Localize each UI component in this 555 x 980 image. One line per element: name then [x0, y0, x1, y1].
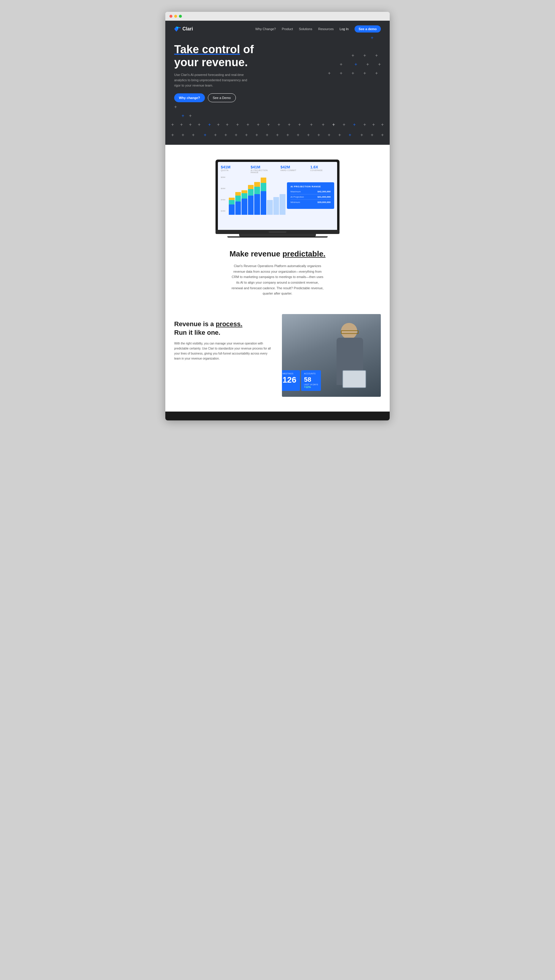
stat-box-accounts: ACCOUNTS 58 LAST 14 DAYS +12% — [301, 370, 321, 391]
bar-blue-light-8 — [273, 197, 279, 215]
close-dot[interactable] — [170, 15, 172, 18]
y-axis-40m: $40M — [221, 199, 225, 201]
bar-blue-2 — [235, 201, 241, 215]
nav-resources[interactable]: Resources — [318, 27, 334, 31]
ai-row-max: Maximum $42,300,000 — [290, 190, 330, 195]
minimize-dot[interactable] — [174, 15, 177, 18]
ai-proj-label: AI Projection — [290, 196, 304, 198]
nav-login[interactable]: Log In — [340, 27, 349, 31]
metric-coverage-value: 1.6X — [310, 165, 334, 169]
stats-overlay: MEETINGS 126 ACCOUNTS 58 LAST 14 DAYS +1… — [282, 370, 321, 391]
chart-area: $80M $60M $40M $20M — [221, 176, 334, 215]
laptop-stand — [239, 234, 316, 237]
main-content: $41M QUOTA $41M AI PROJECTION RANGE $42M… — [165, 145, 390, 412]
bar-group-8 — [273, 176, 279, 215]
process-heading-line2: Run it like one. — [174, 329, 220, 336]
svg-rect-2 — [178, 27, 181, 28]
accounts-change: +12% — [304, 386, 318, 388]
ai-proj-value: $41,000,000 — [318, 196, 331, 198]
person-glasses — [341, 330, 359, 334]
metric-coverage-label: COVERAGE — [310, 169, 334, 171]
navigation: Clari Why Change? Product Solutions Reso… — [165, 21, 390, 37]
bar-group-7 — [267, 176, 273, 215]
metric-ai-proj-value: $41M — [251, 165, 274, 169]
see-demo-button[interactable]: See a Demo — [208, 93, 236, 102]
nav-demo-button[interactable]: See a demo — [354, 26, 381, 32]
make-revenue-heading-part1: Make revenue — [229, 249, 282, 258]
bar-group-5 — [254, 176, 260, 215]
metric-quota-label: QUOTA — [221, 169, 245, 171]
bar-yellow-5 — [254, 182, 260, 187]
hero-buttons: Why change? See a Demo — [174, 93, 381, 102]
nav-why-change[interactable]: Why Change? — [255, 27, 276, 31]
process-section: Revenue is a process. Run it like one. W… — [174, 314, 381, 397]
ai-max-value: $42,300,000 — [318, 190, 331, 193]
bar-yellow-4 — [248, 185, 254, 189]
tablet — [342, 370, 366, 388]
bar-blue-1 — [229, 204, 235, 215]
laptop-foot — [227, 237, 328, 238]
laptop-mockup: $41M QUOTA $41M AI PROJECTION RANGE $42M… — [174, 159, 381, 238]
bar-teal-2 — [235, 196, 241, 201]
hero-title-underlined: Take control — [174, 43, 240, 56]
bar-group-2 — [235, 176, 241, 215]
why-change-button[interactable]: Why change? — [174, 93, 205, 102]
ai-min-value: $39,000,000 — [318, 201, 331, 204]
nav-solutions[interactable]: Solutions — [299, 27, 312, 31]
hero-subtitle: Use Clari's AI-powered forecasting and r… — [174, 72, 251, 88]
metric-hard-commit: $42M HARD COMMIT — [281, 165, 304, 174]
y-axis: $80M $60M $40M $20M — [221, 176, 226, 215]
process-image: MEETINGS 126 ACCOUNTS 58 LAST 14 DAYS +1… — [282, 314, 381, 397]
bar-group-3 — [242, 176, 247, 215]
make-revenue-section: Make revenue predictable. Clari's Revenu… — [174, 249, 381, 296]
bar-blue-4 — [248, 196, 254, 215]
bar-teal-5 — [254, 187, 260, 194]
nav-product[interactable]: Product — [282, 27, 293, 31]
laptop: $41M QUOTA $41M AI PROJECTION RANGE $42M… — [215, 159, 340, 238]
metric-hard-commit-value: $42M — [281, 165, 304, 169]
bar-yellow-2 — [235, 192, 241, 196]
y-axis-60m: $60M — [221, 188, 225, 189]
logo[interactable]: Clari — [174, 26, 193, 32]
hero-section: Clari Why Change? Product Solutions Reso… — [165, 21, 390, 145]
bar-group-4 — [248, 176, 254, 215]
y-axis-20m: $20M — [221, 210, 225, 212]
metric-quota-value: $41M — [221, 165, 245, 169]
bar-group-6 — [261, 176, 266, 215]
maximize-dot[interactable] — [179, 15, 182, 18]
browser-window: Clari Why Change? Product Solutions Reso… — [165, 12, 390, 420]
bar-blue-6 — [261, 191, 266, 215]
make-revenue-body: Clari's Revenue Operations Platform auto… — [230, 263, 325, 296]
hero-title-of: of — [243, 43, 254, 56]
bar-blue-light-9 — [279, 194, 286, 215]
metric-ai-proj: $41M AI PROJECTION RANGE — [251, 165, 274, 174]
bar-group-9 — [279, 176, 286, 215]
stat-box-meetings: MEETINGS 126 — [282, 370, 300, 391]
laptop-base — [215, 230, 340, 234]
laptop-screen-outer: $41M QUOTA $41M AI PROJECTION RANGE $42M… — [215, 159, 340, 230]
bar-teal-4 — [248, 189, 254, 196]
metric-hard-commit-label: HARD COMMIT — [281, 169, 304, 171]
bar-blue-light-7 — [267, 200, 273, 215]
meetings-number: 126 — [282, 376, 297, 384]
bar-yellow-6 — [261, 177, 266, 183]
accounts-label: ACCOUNTS — [304, 373, 318, 375]
ai-popup: AI PROJECTION RANGE Maximum $42,300,000 … — [287, 182, 334, 209]
metric-coverage: 1.6X COVERAGE — [310, 165, 334, 174]
ai-min-label: Minimum — [290, 201, 300, 204]
bar-teal-3 — [242, 193, 247, 198]
metric-quota: $41M QUOTA — [221, 165, 245, 174]
bar-teal-6 — [261, 183, 266, 191]
make-revenue-heading: Make revenue predictable. — [174, 249, 381, 259]
ai-row-proj: AI Projection $41,000,000 — [290, 196, 330, 200]
bar-group-1 — [229, 176, 235, 215]
bar-blue-3 — [242, 198, 247, 215]
ai-popup-title: AI PROJECTION RANGE — [290, 185, 330, 188]
laptop-screen-inner: $41M QUOTA $41M AI PROJECTION RANGE $42M… — [218, 162, 337, 230]
dashboard: $41M QUOTA $41M AI PROJECTION RANGE $42M… — [218, 162, 337, 230]
process-heading-part1: Revenue is a — [174, 320, 216, 328]
chart-bars-wrapper: AI PROJECTION RANGE Maximum $42,300,000 … — [229, 176, 334, 215]
footer-bar — [165, 412, 390, 420]
logo-text: Clari — [183, 26, 193, 32]
make-revenue-heading-underline: predictable. — [282, 249, 326, 258]
